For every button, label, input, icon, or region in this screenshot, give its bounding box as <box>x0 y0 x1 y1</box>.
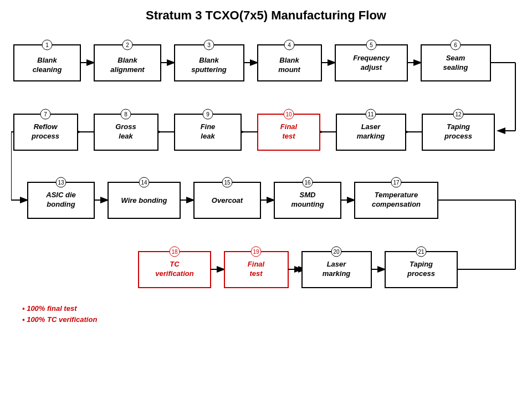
svg-text:17: 17 <box>393 180 400 186</box>
svg-text:11: 11 <box>367 111 374 117</box>
step-9: 9 Fine leak <box>175 109 241 150</box>
svg-text:10: 10 <box>285 111 292 117</box>
svg-text:TC: TC <box>170 260 180 268</box>
svg-text:Final: Final <box>280 122 298 131</box>
svg-text:process: process <box>31 132 59 140</box>
svg-text:Wire bonding: Wire bonding <box>121 196 167 204</box>
step-15: 15 Overcoat <box>194 177 260 218</box>
svg-text:ASIC die: ASIC die <box>45 191 75 199</box>
step-4: 4 Blank mount <box>258 40 321 81</box>
svg-text:20: 20 <box>333 249 340 255</box>
svg-text:compensation: compensation <box>372 200 421 208</box>
svg-text:test: test <box>282 132 295 140</box>
step-18: 18 TC verification <box>139 247 211 288</box>
svg-text:process: process <box>407 269 435 278</box>
svg-text:Taping: Taping <box>410 260 433 268</box>
svg-text:14: 14 <box>141 180 147 186</box>
svg-text:21: 21 <box>418 249 424 255</box>
svg-text:test: test <box>249 269 263 278</box>
bullet-1: • 100% final test <box>22 304 77 313</box>
step-19: 19 Final test <box>224 247 288 288</box>
svg-text:bonding: bonding <box>47 200 75 208</box>
page: Stratum 3 TCXO(7x5) Manufacturing Flow 1… <box>0 0 532 399</box>
svg-text:Laser: Laser <box>361 122 381 131</box>
svg-text:verification: verification <box>155 269 193 278</box>
bullet-2: • 100% TC verification <box>22 315 97 324</box>
svg-text:Frequency: Frequency <box>353 54 390 62</box>
step-21: 21 Taping process <box>385 247 457 288</box>
flow-diagram: 1 Blank cleaning 2 Blank alignment 3 Bla… <box>11 28 521 377</box>
step-12: 12 Taping process <box>422 109 494 150</box>
step-13: 13 ASIC die bonding <box>28 177 94 218</box>
svg-text:19: 19 <box>253 249 259 255</box>
svg-text:Blank: Blank <box>37 56 57 64</box>
step-6: 6 Seam sealing <box>421 40 490 81</box>
svg-text:2: 2 <box>126 42 129 48</box>
svg-text:Blank: Blank <box>279 56 299 64</box>
svg-text:16: 16 <box>304 180 311 186</box>
step-7: 7 Reflow process <box>14 109 78 150</box>
svg-text:13: 13 <box>58 180 64 186</box>
step-10: 10 Final test <box>258 109 320 150</box>
svg-text:Laser: Laser <box>327 260 347 268</box>
step-20: 20 Laser marking <box>302 247 371 288</box>
svg-text:leak: leak <box>119 132 133 140</box>
step-1: 1 Blank cleaning <box>14 40 80 81</box>
step-16: 16 SMD mounting <box>274 177 341 218</box>
svg-text:adjust: adjust <box>361 63 382 71</box>
svg-text:marking: marking <box>357 132 385 140</box>
svg-text:process: process <box>444 132 472 140</box>
svg-text:6: 6 <box>454 42 457 48</box>
svg-text:Gross: Gross <box>115 122 136 131</box>
svg-text:12: 12 <box>455 111 462 117</box>
svg-text:8: 8 <box>124 111 127 117</box>
svg-text:Overcoat: Overcoat <box>212 196 243 204</box>
svg-text:alignment: alignment <box>110 65 145 74</box>
svg-text:mount: mount <box>278 65 300 74</box>
svg-text:Taping: Taping <box>447 122 470 131</box>
svg-text:7: 7 <box>44 111 47 117</box>
svg-text:sealing: sealing <box>443 63 468 71</box>
svg-text:Fine: Fine <box>201 122 216 131</box>
svg-text:cleaning: cleaning <box>33 65 62 74</box>
page-title: Stratum 3 TCXO(7x5) Manufacturing Flow <box>11 6 521 23</box>
step-2: 2 Blank alignment <box>94 40 161 81</box>
svg-text:1: 1 <box>45 42 49 48</box>
svg-text:Seam: Seam <box>446 54 466 62</box>
svg-text:SMD: SMD <box>300 191 316 199</box>
svg-text:Blank: Blank <box>199 56 219 64</box>
svg-text:Temperature: Temperature <box>375 191 418 199</box>
svg-text:Final: Final <box>248 260 265 268</box>
svg-text:5: 5 <box>370 42 373 48</box>
svg-text:15: 15 <box>224 180 231 186</box>
svg-text:sputtering: sputtering <box>191 65 227 74</box>
step-11: 11 Laser marking <box>336 109 406 150</box>
svg-text:Reflow: Reflow <box>34 122 58 131</box>
step-8: 8 Gross leak <box>94 109 158 150</box>
svg-text:9: 9 <box>206 111 209 117</box>
step-3: 3 Blank sputtering <box>175 40 244 81</box>
svg-text:3: 3 <box>207 42 211 48</box>
svg-text:mounting: mounting <box>291 200 324 208</box>
step-17: 17 Temperature compensation <box>355 177 438 218</box>
svg-text:Blank: Blank <box>117 56 137 64</box>
step-5: 5 Frequency adjust <box>335 40 407 81</box>
svg-text:4: 4 <box>288 42 291 48</box>
step-14: 14 Wire bonding <box>108 177 180 218</box>
svg-text:leak: leak <box>201 132 215 140</box>
svg-text:marking: marking <box>323 269 351 278</box>
svg-text:18: 18 <box>171 249 178 255</box>
